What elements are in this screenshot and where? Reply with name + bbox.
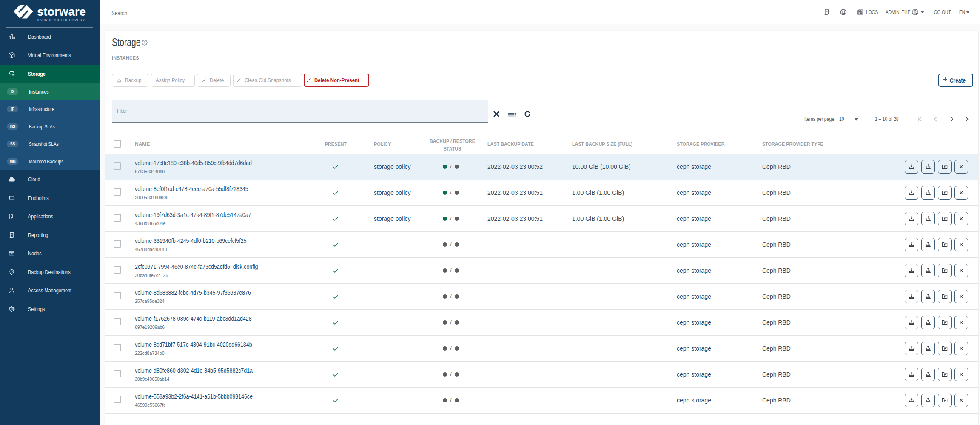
svg-text:storware: storware bbox=[37, 5, 86, 18]
svg-text:BACKUP AND RECOVERY: BACKUP AND RECOVERY bbox=[37, 18, 85, 22]
